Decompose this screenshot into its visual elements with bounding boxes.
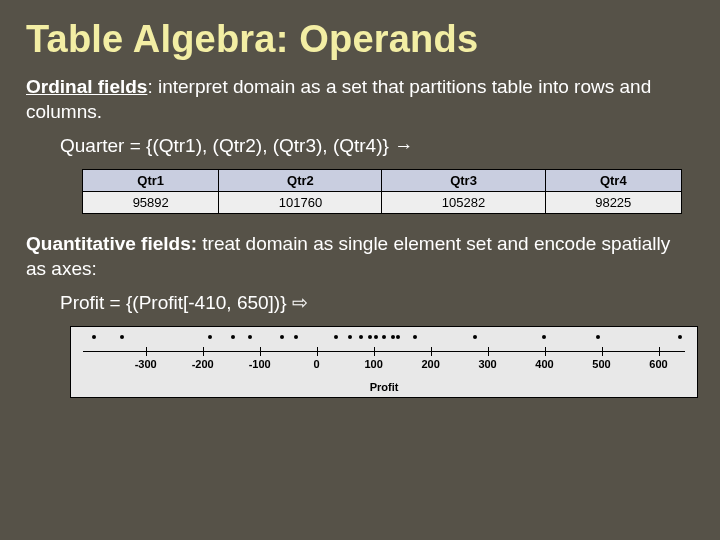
axis-tick-label: 600 — [649, 358, 667, 370]
ordinal-label: Ordinal fields — [26, 76, 147, 97]
data-point — [374, 335, 378, 339]
col-header: Qtr2 — [219, 170, 382, 192]
axis-tick-label: 300 — [478, 358, 496, 370]
axis-tick — [431, 347, 432, 356]
data-point — [334, 335, 338, 339]
axis-tick-label: 400 — [535, 358, 553, 370]
axis-line — [83, 351, 685, 352]
data-point — [92, 335, 96, 339]
axis-tick-label: 200 — [421, 358, 439, 370]
quarter-table: Qtr1 Qtr2 Qtr3 Qtr4 95892 101760 105282 … — [82, 169, 682, 214]
axis-tick-label: 0 — [314, 358, 320, 370]
data-point — [348, 335, 352, 339]
table-cell: 105282 — [382, 192, 545, 214]
data-point — [120, 335, 124, 339]
quantitative-label: Quantitative fields: — [26, 233, 197, 254]
table-row: 95892 101760 105282 98225 — [83, 192, 682, 214]
ordinal-paragraph: Ordinal fields: interpret domain as a se… — [26, 75, 694, 124]
col-header: Qtr4 — [545, 170, 681, 192]
axis-tick — [659, 347, 660, 356]
data-point — [396, 335, 400, 339]
data-point — [542, 335, 546, 339]
axis-tick — [602, 347, 603, 356]
data-point — [294, 335, 298, 339]
data-point — [391, 335, 395, 339]
data-point — [596, 335, 600, 339]
table-cell: 95892 — [83, 192, 219, 214]
quantitative-paragraph: Quantitative fields: treat domain as sin… — [26, 232, 694, 281]
data-point — [382, 335, 386, 339]
table-cell: 98225 — [545, 192, 681, 214]
axis-tick-label: -300 — [135, 358, 157, 370]
axis-tick — [545, 347, 546, 356]
axis-tick — [203, 347, 204, 356]
axis-tick — [317, 347, 318, 356]
data-point — [368, 335, 372, 339]
axis-tick-label: -200 — [192, 358, 214, 370]
axis-tick — [146, 347, 147, 356]
data-point — [359, 335, 363, 339]
col-header: Qtr1 — [83, 170, 219, 192]
data-point — [473, 335, 477, 339]
axis-inner: -300-200-1000100200300400500600 — [83, 331, 685, 381]
slide: Table Algebra: Operands Ordinal fields: … — [0, 0, 720, 540]
axis-title: Profit — [71, 381, 697, 395]
data-point — [678, 335, 682, 339]
table-cell: 101760 — [219, 192, 382, 214]
axis-tick — [488, 347, 489, 356]
quantitative-example: Profit = {(Profit[-410, 650])} ⇨ — [26, 291, 694, 316]
profit-axis-chart: -300-200-1000100200300400500600 Profit — [70, 326, 698, 398]
axis-tick-label: 100 — [364, 358, 382, 370]
axis-tick — [260, 347, 261, 356]
table-header-row: Qtr1 Qtr2 Qtr3 Qtr4 — [83, 170, 682, 192]
data-point — [208, 335, 212, 339]
data-point — [280, 335, 284, 339]
data-point — [248, 335, 252, 339]
data-point — [413, 335, 417, 339]
axis-tick-label: -100 — [249, 358, 271, 370]
data-point — [231, 335, 235, 339]
axis-tick — [374, 347, 375, 356]
ordinal-example: Quarter = {(Qtr1), (Qtr2), (Qtr3), (Qtr4… — [26, 134, 694, 159]
dot-strip — [83, 331, 685, 345]
slide-title: Table Algebra: Operands — [26, 18, 694, 61]
col-header: Qtr3 — [382, 170, 545, 192]
axis-tick-label: 500 — [592, 358, 610, 370]
